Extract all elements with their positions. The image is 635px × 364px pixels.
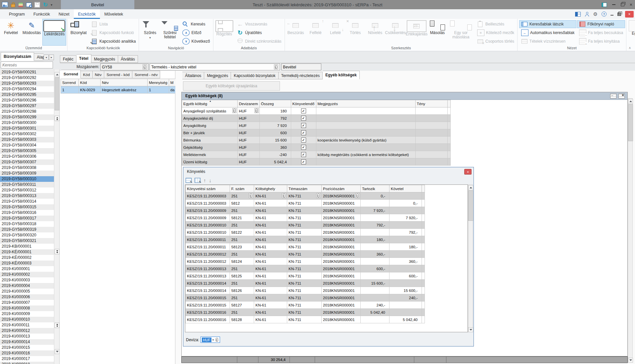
column-header[interactable]: Megjegyzés (316, 100, 415, 107)
currency-combobox[interactable]: HUF (201, 337, 220, 343)
document-list-item[interactable]: 2019-KÉ/000001 (0, 249, 54, 255)
cost-row[interactable]: Gépköltség HUF 360 (182, 144, 451, 151)
checkbox-checked[interactable] (301, 138, 306, 142)
shift-left-icon[interactable] (610, 94, 616, 99)
posting-row[interactable]: KESZ/19.11.20/000010 58122 KN-61 KN-711 … (186, 229, 425, 236)
dialog-scrollbar[interactable] (468, 184, 473, 332)
posting-row[interactable]: KESZ/19.11.20/000015 251 KN-61 KN-711 20… (186, 294, 425, 302)
document-list-item[interactable]: 2019-KI/000002 (0, 272, 54, 277)
document-list-item[interactable]: 2019-KÉ/000002 (0, 255, 54, 261)
checkbox-checked[interactable] (301, 116, 306, 121)
attachment-icon[interactable] (215, 338, 219, 342)
ribbon-button[interactable]: Következő (180, 37, 212, 45)
window-close-button[interactable]: × (630, 2, 632, 7)
help-icon[interactable] (602, 12, 607, 17)
refresh-icon[interactable] (43, 1, 48, 8)
document-list-item[interactable]: 2019-GY58/000292 (0, 75, 54, 81)
ribbon-button[interactable]: Előző (180, 29, 212, 37)
ribbon-tab[interactable]: Program (5, 9, 29, 19)
document-list-item[interactable]: 2019-GY58/000313 (0, 193, 54, 199)
document-list-item[interactable]: 2019-GY58/000300 (0, 120, 54, 126)
document-list-item[interactable]: 2019-GY58/000311 (0, 182, 54, 187)
detail-tab[interactable]: Megjegyzés (91, 55, 118, 63)
posting-row[interactable]: KESZ/19.11.20/000016 58128 KN-61 KN-711 … (186, 316, 425, 323)
document-list-item[interactable]: 2019-GY58/000320 (0, 232, 54, 238)
move-down-icon[interactable] (209, 178, 212, 183)
document-list-item[interactable]: 2019-GY58/000307 (0, 159, 54, 165)
item-sort-tab[interactable]: Kód (81, 71, 92, 78)
column-header[interactable]: Könyvelési szám (186, 185, 230, 192)
cost-row[interactable]: Üzemi költség HUF 5 042,4 (182, 158, 451, 166)
mode-layers-icon[interactable] (18, 2, 23, 7)
ribbon-button[interactable]: Felvétel (1, 19, 21, 46)
ribbon-button[interactable]: Lekérdezés (42, 19, 66, 46)
cost-row[interactable]: Bér + járulék HUF 600 (182, 129, 451, 137)
ribbon-tab[interactable]: Műveletek (100, 9, 127, 19)
document-list-item[interactable]: 2019-KI/000009 (0, 311, 54, 317)
ribbon-button[interactable]: Egyéb (627, 19, 635, 46)
document-list-item[interactable]: 2019-GY58/000291 (0, 69, 54, 75)
scroll-up-button[interactable] (468, 185, 473, 190)
document-list-item[interactable]: 2019-GY58/000319 (0, 227, 54, 232)
attachment-icon[interactable] (316, 193, 321, 198)
ribbon-toggle-button[interactable]: Automatikus keresőablak (519, 29, 576, 37)
document-list-item[interactable]: 2019-GY58/000321 (0, 238, 54, 244)
document-list-item[interactable]: 2019-GY58/000299 (0, 114, 54, 120)
document-list-item[interactable]: 2019-KI/000018 (0, 362, 54, 364)
attachment-icon[interactable] (355, 193, 360, 198)
close-button[interactable] (464, 169, 472, 175)
scroll-thumb[interactable] (468, 190, 473, 221)
document-list-item[interactable]: 2019-GY58/000296 (0, 98, 54, 103)
cost-row[interactable]: Anyagkezelési díj HUF 792 (182, 115, 451, 122)
attachment-icon[interactable] (232, 108, 237, 113)
item-sort-tab[interactable]: Sorrend - kód (104, 71, 132, 78)
costs-tab[interactable]: Általános (182, 72, 204, 79)
window-search-icon[interactable] (26, 3, 31, 7)
attachment-icon[interactable] (249, 193, 253, 198)
column-header[interactable]: Követel (389, 185, 422, 192)
panel-view-icon[interactable] (602, 3, 607, 7)
document-list-item[interactable]: 2019-KI/000007 (0, 300, 54, 305)
document-list-item[interactable]: 2019-GY58/000297 (0, 103, 54, 109)
qat-dropdown-icon[interactable] (51, 3, 52, 7)
item-sort-tab[interactable]: Sorrend (61, 70, 81, 78)
posting-row[interactable]: KESZ/19.11.20/000012 58124 KN-61 KN-711 … (186, 258, 425, 265)
checkbox-checked[interactable] (301, 152, 306, 157)
document-list-item[interactable]: 2019-KI/000008 (0, 305, 54, 311)
posting-row[interactable]: KESZ/19.11.20/000010 251 KN-61 KN-711 20… (186, 222, 425, 229)
attachment-icon[interactable] (254, 108, 259, 113)
posting-row[interactable]: KESZ/19.11.20/000013 251 KN-61 KN-711 20… (186, 265, 425, 272)
document-list-item[interactable]: 2019-KI/000004 (0, 283, 54, 289)
mozgasnem-direction-field[interactable]: Bevétel (281, 63, 321, 70)
gear-icon[interactable] (593, 11, 598, 17)
document-list-item[interactable]: 2019-KÉ/000003 (0, 261, 54, 266)
column-header[interactable]: Tény (415, 100, 447, 107)
posting-row[interactable]: KESZ/19.11.20/000013 58125 KN-61 KN-711 … (186, 272, 425, 280)
detail-tab[interactable]: Átváltás (118, 55, 138, 63)
document-list-item[interactable]: 2019-KI/000016 (0, 350, 54, 356)
scroll-down-button[interactable] (628, 358, 633, 363)
document-list-item[interactable]: 2019-KI/000014 (0, 339, 54, 345)
move-up-icon[interactable] (204, 178, 206, 183)
document-list-item[interactable]: 2019-GY58/000304 (0, 142, 54, 148)
column-header[interactable]: Pozíciószám (322, 185, 361, 192)
scroll-marker-down-icon[interactable] (55, 323, 60, 328)
item-sort-tab[interactable]: Sorrend - név (132, 71, 160, 78)
document-list-item[interactable]: 2019-GY58/000305 (0, 148, 54, 154)
ribbon-button[interactable]: Kapcsolódó analitika (89, 37, 138, 45)
column-header[interactable]: M (169, 79, 176, 86)
document-list-item[interactable]: 2019-KI/000005 (0, 289, 54, 294)
ribbon-tab[interactable]: Eszközök (74, 9, 100, 19)
costs-tab[interactable]: Kapcsolódó bizonylatok (231, 72, 278, 79)
document-list-item[interactable]: 2019-KI/000012 (0, 328, 54, 334)
posting-row[interactable]: KESZ/19.11.20/000003 251 KN-61 KN-711 20… (186, 192, 425, 200)
document-list-item[interactable]: 2019-GY58/000294 (0, 86, 54, 92)
cost-row[interactable]: Melléktermék HUF -240 költség megtérülés… (182, 151, 451, 158)
posting-row[interactable]: KESZ/19.11.20/000016 251 KN-61 KN-711 20… (186, 309, 425, 316)
ribbon-button[interactable]: Szűrés (140, 19, 160, 46)
document-list-item[interactable]: 2019-GY58/000317 (0, 216, 54, 221)
ribbon-button[interactable]: Szűrési feltétel (160, 19, 180, 46)
ribbon-toggle-button[interactable]: Főkönyvi napló (577, 20, 625, 28)
column-header[interactable]: Könyvelendő (291, 100, 316, 107)
costs-scrollbar[interactable] (628, 98, 633, 363)
